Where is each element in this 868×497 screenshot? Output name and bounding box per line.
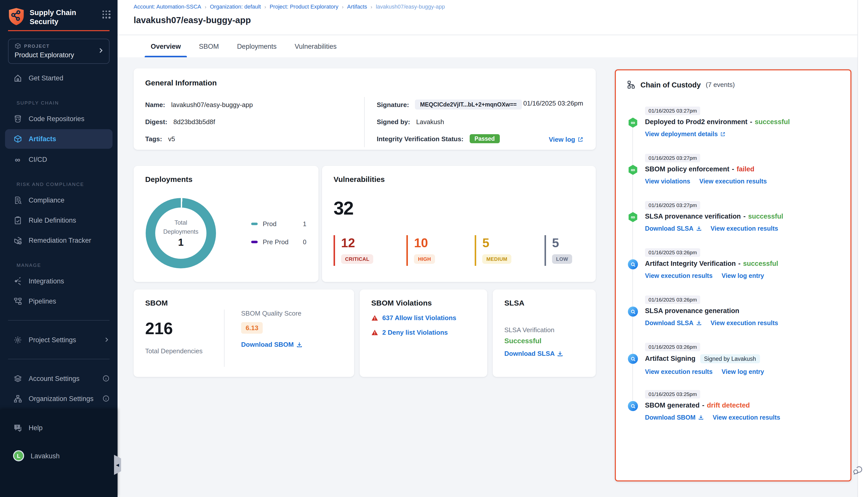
- tab-deployments[interactable]: Deployments: [237, 35, 277, 57]
- chevron-right-icon: [103, 337, 110, 343]
- sidebar-item-compliance[interactable]: Compliance: [0, 190, 117, 210]
- event-status: failed: [737, 165, 754, 173]
- sidebar-item-label: Pipelines: [29, 298, 56, 305]
- scs-magnifier-icon: [628, 307, 638, 316]
- sidebar-item-label: Rule Definitions: [29, 217, 76, 224]
- tab-sbom[interactable]: SBOM: [199, 35, 219, 57]
- download-slsa-link[interactable]: Download SLSA: [645, 320, 701, 326]
- app-title: Supply Chain Security: [30, 8, 102, 26]
- download-sbom-link[interactable]: Download SBOM: [241, 341, 302, 348]
- sidebar-item-organization-settings[interactable]: Organization Settings: [0, 389, 117, 409]
- right-rail[interactable]: [857, 0, 868, 497]
- page-title: lavakush07/easy-buggy-app: [134, 15, 868, 26]
- breadcrumb-artifacts[interactable]: Artifacts: [347, 3, 367, 10]
- info-icon: [102, 375, 110, 382]
- sidebar-dock: ? Help L Lavakush: [0, 410, 117, 497]
- signature-value[interactable]: MEQCICde2VjIT...bL+2+mqnOXw==: [415, 99, 522, 110]
- sidebar-item-get-started[interactable]: Get Started: [0, 68, 117, 88]
- deployments-legend: Prod 1 Pre Prod 0: [251, 220, 306, 256]
- topbar: Account: Automation-SSCA › Organization:…: [117, 0, 868, 35]
- project-kicker-label: PROJECT: [24, 44, 50, 49]
- view-violations-link[interactable]: View violations: [645, 178, 690, 185]
- home-icon: [13, 74, 22, 83]
- gear-icon: [13, 336, 22, 344]
- artifacts-box-icon: [13, 135, 22, 144]
- info-icon: [102, 395, 110, 402]
- feedback-chat-icon[interactable]: [852, 465, 864, 478]
- breadcrumb-organization[interactable]: Organization: default: [210, 3, 261, 10]
- sidebar-item-label: CI/CD: [29, 156, 47, 163]
- sbom-quality-label: SBOM Quality Score: [241, 310, 302, 317]
- sidebar-item-integrations[interactable]: Integrations: [0, 271, 117, 291]
- app-viewport: Supply Chain Security PROJECT Product Ex…: [0, 0, 868, 497]
- prod-swatch: [251, 223, 258, 225]
- view-execution-results-link[interactable]: View execution results: [645, 368, 712, 375]
- event-dash: -: [750, 118, 752, 125]
- cicd-infinity-icon: ∞: [13, 155, 22, 164]
- view-execution-results-link[interactable]: View execution results: [710, 225, 778, 232]
- allow-list-violations-link[interactable]: 637 Allow list Violations: [382, 314, 457, 322]
- divider: [364, 97, 365, 147]
- sidebar-item-project-settings[interactable]: Project Settings: [0, 330, 117, 350]
- external-link-icon: [720, 131, 725, 137]
- chain-of-custody-panel: Chain of Custody (7 events) 01/16/2025 0…: [615, 69, 851, 481]
- total-deployments-value: 1: [178, 237, 184, 248]
- severity-critical: 12 CRITICAL: [334, 235, 374, 266]
- main-area: Account: Automation-SSCA › Organization:…: [117, 0, 868, 497]
- event-status: successful: [743, 259, 778, 267]
- sidebar-item-remediation-tracker[interactable]: Remediation Tracker: [0, 230, 117, 251]
- sidebar-user[interactable]: L Lavakush: [0, 446, 117, 466]
- view-execution-results-link[interactable]: View execution results: [645, 272, 712, 279]
- sidebar-item-cicd[interactable]: ∞ CI/CD: [0, 150, 117, 170]
- digest-label: Digest:: [145, 118, 167, 125]
- remediation-tracker-icon: [13, 236, 22, 245]
- event-title: SBOM generated: [645, 401, 700, 409]
- breadcrumb: Account: Automation-SSCA › Organization:…: [134, 3, 868, 10]
- view-log-entry-link[interactable]: View log entry: [722, 368, 764, 375]
- view-log-link[interactable]: View log: [549, 136, 583, 143]
- view-log-entry-link[interactable]: View log entry: [722, 272, 764, 279]
- apps-grid-icon[interactable]: [102, 11, 111, 18]
- sidebar-item-pipelines[interactable]: Pipelines: [0, 291, 117, 311]
- download-slsa-link[interactable]: Download SLSA: [645, 225, 701, 232]
- sidebar: Supply Chain Security PROJECT Product Ex…: [0, 0, 117, 497]
- sidebar-item-account-settings[interactable]: Account Settings: [0, 369, 117, 389]
- pre-prod-swatch: [251, 241, 258, 243]
- event-timestamp: 01/16/2025 03:26pm: [645, 295, 700, 304]
- legend-item-pre-prod: Pre Prod 0: [251, 238, 306, 246]
- divider: [8, 321, 110, 321]
- download-slsa-link[interactable]: Download SLSA: [504, 350, 563, 357]
- sidebar-item-rule-definitions[interactable]: Rule Definitions: [0, 210, 117, 230]
- sidebar-item-label: Help: [29, 424, 43, 431]
- code-repositories-icon: [13, 114, 22, 123]
- chevron-right-icon: [98, 47, 104, 56]
- view-execution-results-link[interactable]: View execution results: [710, 320, 778, 326]
- sidebar-item-label: Get Started: [29, 74, 63, 82]
- tab-vulnerabilities[interactable]: Vulnerabilities: [294, 35, 336, 57]
- sidebar-item-code-repositories[interactable]: Code Repositories: [0, 109, 117, 129]
- download-sbom-link[interactable]: Download SBOM: [645, 414, 704, 421]
- download-icon: [696, 320, 701, 326]
- sidebar-item-artifacts[interactable]: Artifacts: [5, 129, 113, 149]
- card-title: SBOM Violations: [371, 298, 476, 307]
- sidebar-item-label: Remediation Tracker: [29, 237, 91, 244]
- view-execution-results-link[interactable]: View execution results: [712, 414, 780, 421]
- sidebar-item-help[interactable]: ? Help: [0, 417, 117, 438]
- project-name: Product Exploratory: [15, 52, 104, 59]
- view-deployment-details-link[interactable]: View deployment details: [645, 130, 725, 138]
- name-label: Name:: [145, 101, 165, 108]
- card-title: Deployments: [145, 175, 307, 183]
- sbom-violations-card: SBOM Violations 637 Allow list Violation…: [360, 289, 487, 377]
- tab-overview[interactable]: Overview: [151, 35, 181, 57]
- chain-of-custody-icon: [627, 81, 635, 89]
- card-title: SBOM: [145, 298, 343, 307]
- slsa-verification-status: Successful: [504, 337, 584, 345]
- event-dash: -: [732, 165, 734, 173]
- breadcrumb-account[interactable]: Account: Automation-SSCA: [134, 3, 201, 10]
- coc-event-sbom-generated: 01/16/2025 03:25pm SBOM generated - drif…: [628, 389, 842, 436]
- deny-list-violations-link[interactable]: 2 Deny list Violations: [382, 329, 448, 336]
- project-selector[interactable]: PROJECT Product Exploratory: [8, 39, 110, 64]
- view-execution-results-link[interactable]: View execution results: [699, 178, 767, 185]
- breadcrumb-project[interactable]: Project: Product Exploratory: [270, 3, 338, 10]
- name-value: lavakush07/easy-buggy-app: [171, 101, 253, 108]
